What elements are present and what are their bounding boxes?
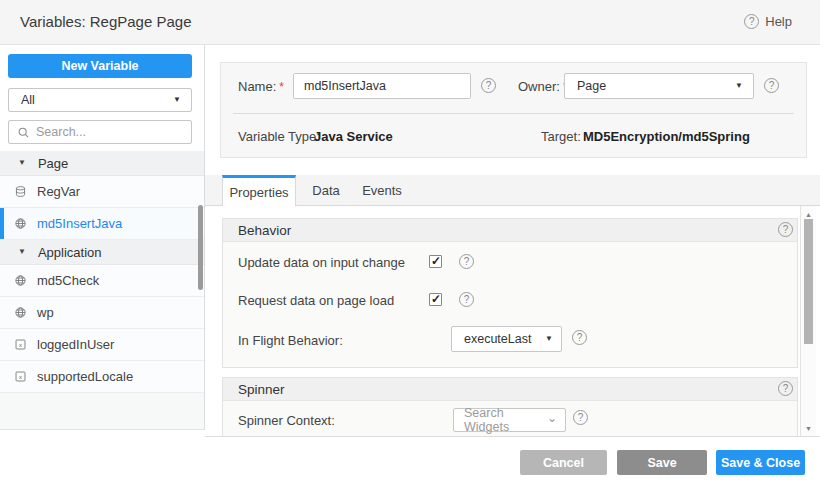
behavior-title: Behavior bbox=[238, 223, 291, 238]
tree-item-label: wp bbox=[37, 305, 54, 320]
owner-select[interactable]: Page bbox=[564, 73, 754, 99]
spinner-help-icon[interactable] bbox=[778, 381, 793, 396]
chevron-down-icon bbox=[735, 82, 743, 90]
help-icon bbox=[744, 14, 759, 29]
tree-group-page[interactable]: Page bbox=[0, 151, 204, 176]
spinner-section-header: Spinner bbox=[223, 378, 797, 401]
variable-summary-panel: Name:* Owner:* Page Variable Type: Java … bbox=[220, 62, 807, 158]
tree-item-regvar[interactable]: RegVar bbox=[0, 176, 204, 208]
scrollbar-thumb[interactable] bbox=[804, 219, 813, 344]
tree-item-md5check[interactable]: md5Check bbox=[0, 265, 204, 297]
required-asterisk: * bbox=[279, 80, 284, 94]
spinner-title: Spinner bbox=[238, 382, 285, 397]
app-header: Variables: RegPage Page Help bbox=[0, 0, 820, 45]
spinner-section-body: Spinner Context: Search Widgets bbox=[223, 401, 797, 437]
tree-group-label: Page bbox=[38, 156, 68, 171]
form-divider bbox=[233, 113, 794, 114]
name-input[interactable] bbox=[293, 73, 471, 99]
variables-sidebar: New Variable All Page RegVar bbox=[0, 45, 205, 430]
spinner-context-combobox[interactable]: Search Widgets bbox=[453, 408, 566, 432]
spinner-section: Spinner Spinner Context: Search Widgets bbox=[222, 377, 798, 437]
chevron-down-icon bbox=[547, 412, 557, 424]
target-label: Target: bbox=[541, 129, 581, 144]
scroll-down-icon[interactable] bbox=[801, 425, 816, 432]
in-flight-behavior-label: In Flight Behavior: bbox=[238, 333, 343, 348]
variable-icon: x bbox=[14, 370, 27, 383]
update-data-help-icon[interactable] bbox=[459, 254, 474, 269]
new-variable-button[interactable]: New Variable bbox=[8, 54, 192, 78]
tab-bar: Properties Data Events bbox=[205, 175, 820, 206]
spinner-context-label: Spinner Context: bbox=[238, 413, 335, 428]
update-data-checkbox[interactable] bbox=[429, 255, 442, 268]
sidebar-empty-area bbox=[0, 393, 204, 429]
chevron-down-icon bbox=[545, 335, 553, 343]
behavior-help-icon[interactable] bbox=[778, 222, 793, 237]
tree-item-loggedinuser[interactable]: x loggedInUser bbox=[0, 329, 204, 361]
request-data-help-icon[interactable] bbox=[459, 292, 474, 307]
variable-tree: Page RegVar md5InsertJava Application bbox=[0, 151, 204, 393]
help-button[interactable]: Help bbox=[744, 14, 792, 29]
tree-item-label: loggedInUser bbox=[37, 337, 114, 352]
search-icon bbox=[17, 126, 30, 139]
target-value: MD5Encryption/md5Spring bbox=[583, 129, 750, 144]
help-label: Help bbox=[765, 14, 792, 29]
variable-type-label: Variable Type: bbox=[238, 129, 320, 144]
tab-properties[interactable]: Properties bbox=[222, 175, 296, 206]
behavior-section-header: Behavior bbox=[223, 219, 797, 242]
update-data-label: Update data on input change bbox=[238, 255, 405, 270]
in-flight-behavior-select[interactable]: executeLast bbox=[451, 326, 562, 352]
tree-group-application[interactable]: Application bbox=[0, 240, 204, 265]
save-button[interactable]: Save bbox=[617, 450, 707, 475]
tree-item-label: md5Check bbox=[37, 273, 99, 288]
service-icon bbox=[14, 274, 27, 287]
owner-value: Page bbox=[577, 79, 735, 93]
service-icon bbox=[14, 306, 27, 319]
name-label: Name:* bbox=[238, 79, 284, 94]
properties-tab-content: Behavior Update data on input change Req… bbox=[205, 206, 820, 437]
request-data-checkbox[interactable] bbox=[429, 293, 442, 306]
database-icon bbox=[14, 185, 27, 198]
name-help-icon[interactable] bbox=[481, 78, 496, 93]
tree-item-supportedlocale[interactable]: x supportedLocale bbox=[0, 361, 204, 393]
tab-events[interactable]: Events bbox=[357, 175, 407, 205]
variable-filter-select[interactable]: All bbox=[8, 88, 192, 112]
tab-data[interactable]: Data bbox=[305, 175, 347, 205]
scroll-up-icon[interactable] bbox=[801, 211, 816, 218]
in-flight-behavior-value: executeLast bbox=[464, 332, 545, 346]
in-flight-help-icon[interactable] bbox=[572, 330, 587, 345]
service-icon bbox=[14, 217, 27, 230]
chevron-down-icon bbox=[173, 96, 181, 104]
tree-item-label: supportedLocale bbox=[37, 369, 133, 384]
tree-item-label: RegVar bbox=[37, 184, 80, 199]
request-data-label: Request data on page load bbox=[238, 293, 394, 308]
variable-search-box[interactable] bbox=[8, 120, 192, 144]
tree-group-label: Application bbox=[38, 245, 102, 260]
collapse-arrow-icon bbox=[18, 248, 26, 256]
tree-item-wp[interactable]: wp bbox=[0, 297, 204, 329]
collapse-arrow-icon bbox=[18, 159, 26, 167]
behavior-section: Behavior Update data on input change Req… bbox=[222, 218, 798, 368]
page-title: Variables: RegPage Page bbox=[20, 0, 192, 44]
tree-item-label: md5InsertJava bbox=[37, 216, 122, 231]
owner-label: Owner:* bbox=[518, 79, 568, 94]
spinner-context-help-icon[interactable] bbox=[573, 410, 588, 425]
spinner-context-placeholder: Search Widgets bbox=[464, 406, 547, 434]
save-and-close-button[interactable]: Save & Close bbox=[716, 450, 805, 475]
behavior-section-body: Update data on input change Request data… bbox=[223, 242, 797, 368]
search-input[interactable] bbox=[36, 125, 183, 139]
sidebar-scrollbar[interactable] bbox=[198, 205, 203, 290]
variable-filter-value: All bbox=[21, 93, 173, 107]
tree-item-md5insertjava[interactable]: md5InsertJava bbox=[0, 208, 204, 240]
owner-help-icon[interactable] bbox=[764, 78, 779, 93]
cancel-button[interactable]: Cancel bbox=[520, 450, 607, 475]
variable-icon: x bbox=[14, 338, 27, 351]
content-scrollbar[interactable] bbox=[800, 206, 816, 437]
svg-text:x: x bbox=[19, 373, 22, 380]
variable-type-value: Java Service bbox=[314, 129, 393, 144]
svg-text:x: x bbox=[19, 341, 22, 348]
